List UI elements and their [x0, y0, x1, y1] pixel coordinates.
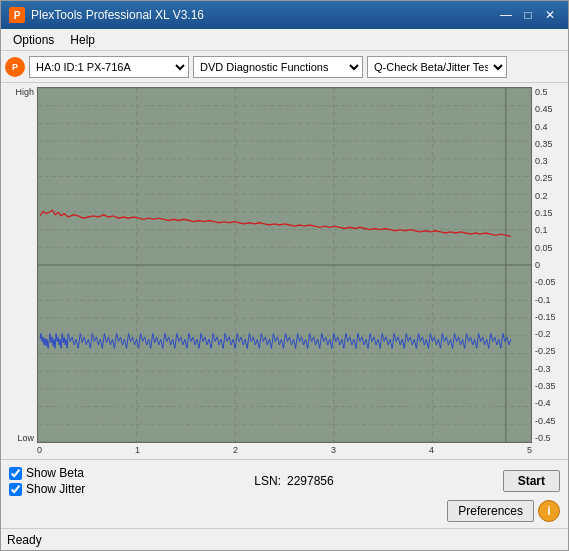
- y-right-12: -0.1: [535, 295, 551, 305]
- x-label-0: 0: [37, 445, 42, 455]
- y-axis-right: 0.5 0.45 0.4 0.35 0.3 0.25 0.2 0.15 0.1 …: [532, 87, 564, 443]
- show-jitter-label: Show Jitter: [26, 482, 85, 496]
- function-select[interactable]: DVD Diagnostic Functions: [193, 56, 363, 78]
- x-label-3: 3: [331, 445, 336, 455]
- show-beta-row: Show Beta: [9, 466, 85, 480]
- menu-options[interactable]: Options: [5, 31, 62, 49]
- toolbar: P HA:0 ID:1 PX-716A DVD Diagnostic Funct…: [1, 51, 568, 83]
- chart-svg: [38, 88, 531, 442]
- y-right-13: -0.15: [535, 312, 556, 322]
- y-right-17: -0.35: [535, 381, 556, 391]
- app-icon: P: [9, 7, 25, 23]
- main-window: P PlexTools Professional XL V3.16 — □ ✕ …: [0, 0, 569, 551]
- x-axis: 0 1 2 3 4 5: [37, 443, 532, 457]
- y-right-7: 0.15: [535, 208, 553, 218]
- y-right-11: -0.05: [535, 277, 556, 287]
- bottom-panel: Show Beta Show Jitter LSN: 2297856 Start…: [1, 459, 568, 528]
- x-label-4: 4: [429, 445, 434, 455]
- y-right-3: 0.35: [535, 139, 553, 149]
- menu-help[interactable]: Help: [62, 31, 103, 49]
- status-text: Ready: [7, 533, 42, 547]
- test-select[interactable]: Q-Check Beta/Jitter Test: [367, 56, 507, 78]
- y-left-high: High: [15, 87, 34, 97]
- title-bar: P PlexTools Professional XL V3.16 — □ ✕: [1, 1, 568, 29]
- y-right-14: -0.2: [535, 329, 551, 339]
- maximize-button[interactable]: □: [518, 6, 538, 24]
- bottom-row1: Show Beta Show Jitter LSN: 2297856 Start: [9, 466, 560, 496]
- show-beta-checkbox[interactable]: [9, 467, 22, 480]
- x-label-2: 2: [233, 445, 238, 455]
- show-jitter-checkbox[interactable]: [9, 483, 22, 496]
- y-right-15: -0.25: [535, 346, 556, 356]
- status-bar: Ready: [1, 528, 568, 550]
- y-left-low: Low: [17, 433, 34, 443]
- device-icon: P: [5, 57, 25, 77]
- preferences-buttons: Preferences i: [447, 500, 560, 522]
- y-right-4: 0.3: [535, 156, 548, 166]
- show-jitter-row: Show Jitter: [9, 482, 85, 496]
- window-title: PlexTools Professional XL V3.16: [31, 8, 496, 22]
- bottom-row2: Preferences i: [9, 500, 560, 522]
- y-right-20: -0.5: [535, 433, 551, 443]
- show-beta-label: Show Beta: [26, 466, 84, 480]
- chart-area: High Low: [1, 83, 568, 459]
- lsn-label: LSN:: [254, 474, 281, 488]
- lsn-info: LSN: 2297856: [254, 474, 333, 488]
- y-right-10: 0: [535, 260, 540, 270]
- y-right-2: 0.4: [535, 122, 548, 132]
- y-right-19: -0.45: [535, 416, 556, 426]
- y-right-5: 0.25: [535, 173, 553, 183]
- right-buttons: Start: [503, 470, 560, 492]
- chart-plot: [37, 87, 532, 443]
- info-button[interactable]: i: [538, 500, 560, 522]
- menu-bar: Options Help: [1, 29, 568, 51]
- start-button[interactable]: Start: [503, 470, 560, 492]
- y-axis-left: High Low: [5, 87, 37, 443]
- checkboxes: Show Beta Show Jitter: [9, 466, 85, 496]
- y-right-8: 0.1: [535, 225, 548, 235]
- y-right-9: 0.05: [535, 243, 553, 253]
- close-button[interactable]: ✕: [540, 6, 560, 24]
- x-label-5: 5: [527, 445, 532, 455]
- y-right-16: -0.3: [535, 364, 551, 374]
- y-right-18: -0.4: [535, 398, 551, 408]
- y-right-6: 0.2: [535, 191, 548, 201]
- minimize-button[interactable]: —: [496, 6, 516, 24]
- chart-container: High Low: [5, 87, 564, 443]
- preferences-button[interactable]: Preferences: [447, 500, 534, 522]
- window-controls: — □ ✕: [496, 6, 560, 24]
- lsn-value: 2297856: [287, 474, 334, 488]
- device-select[interactable]: HA:0 ID:1 PX-716A: [29, 56, 189, 78]
- y-right-0: 0.5: [535, 87, 548, 97]
- x-label-1: 1: [135, 445, 140, 455]
- y-right-1: 0.45: [535, 104, 553, 114]
